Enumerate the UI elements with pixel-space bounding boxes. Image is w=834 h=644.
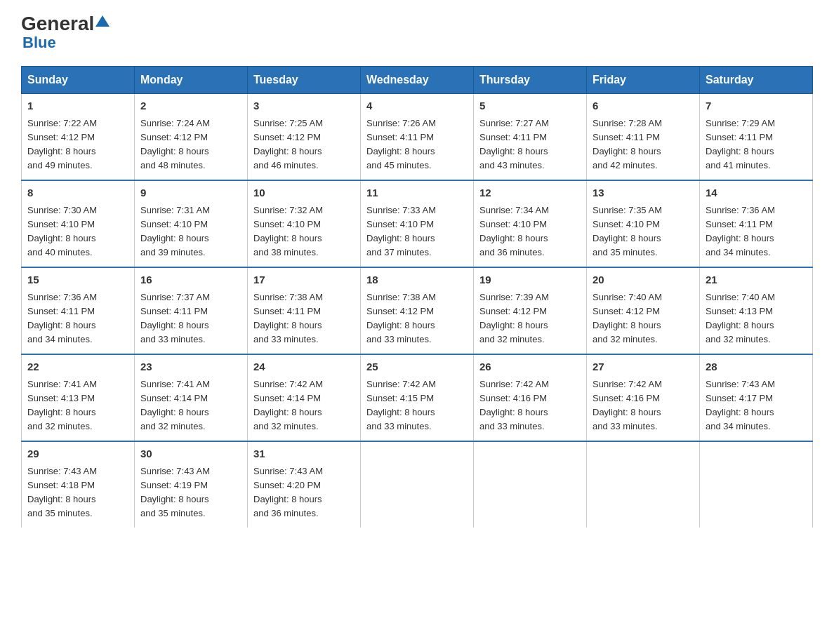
day-info: Sunrise: 7:41 AMSunset: 4:14 PMDaylight:…	[140, 377, 241, 434]
day-number: 14	[706, 185, 807, 201]
day-number: 27	[593, 359, 694, 375]
header-thursday: Thursday	[474, 67, 587, 94]
day-info: Sunrise: 7:31 AMSunset: 4:10 PMDaylight:…	[140, 203, 241, 260]
day-cell: 6Sunrise: 7:28 AMSunset: 4:11 PMDaylight…	[587, 94, 700, 181]
day-cell: 4Sunrise: 7:26 AMSunset: 4:11 PMDaylight…	[361, 94, 474, 181]
day-number: 31	[253, 446, 355, 462]
day-info: Sunrise: 7:41 AMSunset: 4:13 PMDaylight:…	[27, 377, 128, 434]
day-info: Sunrise: 7:30 AMSunset: 4:10 PMDaylight:…	[27, 203, 128, 260]
day-number: 23	[140, 359, 241, 375]
logo: General Blue	[21, 14, 111, 52]
page-header: General Blue	[21, 14, 813, 52]
day-cell: 16Sunrise: 7:37 AMSunset: 4:11 PMDayligh…	[135, 267, 248, 354]
day-info: Sunrise: 7:29 AMSunset: 4:11 PMDaylight:…	[706, 116, 807, 173]
day-cell: 1Sunrise: 7:22 AMSunset: 4:12 PMDaylight…	[22, 94, 135, 181]
day-cell: 28Sunrise: 7:43 AMSunset: 4:17 PMDayligh…	[700, 354, 813, 441]
day-info: Sunrise: 7:26 AMSunset: 4:11 PMDaylight:…	[366, 116, 468, 173]
day-info: Sunrise: 7:40 AMSunset: 4:13 PMDaylight:…	[706, 290, 807, 347]
day-cell	[361, 441, 474, 528]
day-number: 25	[366, 359, 468, 375]
day-info: Sunrise: 7:32 AMSunset: 4:10 PMDaylight:…	[253, 203, 355, 260]
day-info: Sunrise: 7:36 AMSunset: 4:11 PMDaylight:…	[706, 203, 807, 260]
day-number: 28	[706, 359, 807, 375]
day-cell: 20Sunrise: 7:40 AMSunset: 4:12 PMDayligh…	[587, 267, 700, 354]
day-info: Sunrise: 7:34 AMSunset: 4:10 PMDaylight:…	[479, 203, 581, 260]
day-info: Sunrise: 7:42 AMSunset: 4:16 PMDaylight:…	[479, 377, 581, 434]
logo-blue-label: Blue	[22, 34, 56, 52]
day-info: Sunrise: 7:28 AMSunset: 4:11 PMDaylight:…	[593, 116, 694, 173]
day-info: Sunrise: 7:40 AMSunset: 4:12 PMDaylight:…	[593, 290, 694, 347]
day-number: 19	[479, 272, 581, 288]
day-number: 10	[253, 185, 355, 201]
day-cell: 17Sunrise: 7:38 AMSunset: 4:11 PMDayligh…	[248, 267, 361, 354]
day-info: Sunrise: 7:42 AMSunset: 4:15 PMDaylight:…	[366, 377, 468, 434]
day-info: Sunrise: 7:35 AMSunset: 4:10 PMDaylight:…	[593, 203, 694, 260]
week-row-4: 22Sunrise: 7:41 AMSunset: 4:13 PMDayligh…	[22, 354, 813, 441]
day-number: 9	[140, 185, 241, 201]
day-info: Sunrise: 7:39 AMSunset: 4:12 PMDaylight:…	[479, 290, 581, 347]
day-cell: 26Sunrise: 7:42 AMSunset: 4:16 PMDayligh…	[474, 354, 587, 441]
day-cell: 5Sunrise: 7:27 AMSunset: 4:11 PMDaylight…	[474, 94, 587, 181]
day-cell: 24Sunrise: 7:42 AMSunset: 4:14 PMDayligh…	[248, 354, 361, 441]
day-info: Sunrise: 7:43 AMSunset: 4:20 PMDaylight:…	[253, 464, 355, 521]
day-cell: 2Sunrise: 7:24 AMSunset: 4:12 PMDaylight…	[135, 94, 248, 181]
day-number: 7	[706, 98, 807, 114]
header-wednesday: Wednesday	[361, 67, 474, 94]
day-number: 21	[706, 272, 807, 288]
day-number: 24	[253, 359, 355, 375]
day-number: 1	[27, 98, 128, 114]
day-cell: 3Sunrise: 7:25 AMSunset: 4:12 PMDaylight…	[248, 94, 361, 181]
day-cell: 7Sunrise: 7:29 AMSunset: 4:11 PMDaylight…	[700, 94, 813, 181]
day-number: 16	[140, 272, 241, 288]
logo-triangle-icon	[95, 15, 110, 27]
day-info: Sunrise: 7:33 AMSunset: 4:10 PMDaylight:…	[366, 203, 468, 260]
day-number: 22	[27, 359, 128, 375]
day-cell: 23Sunrise: 7:41 AMSunset: 4:14 PMDayligh…	[135, 354, 248, 441]
header-sunday: Sunday	[22, 67, 135, 94]
day-info: Sunrise: 7:38 AMSunset: 4:11 PMDaylight:…	[253, 290, 355, 347]
day-number: 15	[27, 272, 128, 288]
day-number: 20	[593, 272, 694, 288]
day-cell: 10Sunrise: 7:32 AMSunset: 4:10 PMDayligh…	[248, 180, 361, 267]
day-info: Sunrise: 7:24 AMSunset: 4:12 PMDaylight:…	[140, 116, 241, 173]
day-number: 3	[253, 98, 355, 114]
day-number: 17	[253, 272, 355, 288]
day-number: 18	[366, 272, 468, 288]
day-info: Sunrise: 7:43 AMSunset: 4:18 PMDaylight:…	[27, 464, 128, 521]
day-info: Sunrise: 7:36 AMSunset: 4:11 PMDaylight:…	[27, 290, 128, 347]
day-number: 12	[479, 185, 581, 201]
day-cell: 13Sunrise: 7:35 AMSunset: 4:10 PMDayligh…	[587, 180, 700, 267]
day-cell: 9Sunrise: 7:31 AMSunset: 4:10 PMDaylight…	[135, 180, 248, 267]
day-info: Sunrise: 7:22 AMSunset: 4:12 PMDaylight:…	[27, 116, 128, 173]
header-tuesday: Tuesday	[248, 67, 361, 94]
day-number: 11	[366, 185, 468, 201]
day-cell: 15Sunrise: 7:36 AMSunset: 4:11 PMDayligh…	[22, 267, 135, 354]
day-number: 29	[27, 446, 128, 462]
day-cell	[587, 441, 700, 528]
week-row-5: 29Sunrise: 7:43 AMSunset: 4:18 PMDayligh…	[22, 441, 813, 528]
week-row-2: 8Sunrise: 7:30 AMSunset: 4:10 PMDaylight…	[22, 180, 813, 267]
day-cell: 14Sunrise: 7:36 AMSunset: 4:11 PMDayligh…	[700, 180, 813, 267]
day-cell: 27Sunrise: 7:42 AMSunset: 4:16 PMDayligh…	[587, 354, 700, 441]
header-saturday: Saturday	[700, 67, 813, 94]
day-cell: 29Sunrise: 7:43 AMSunset: 4:18 PMDayligh…	[22, 441, 135, 528]
calendar-table: SundayMondayTuesdayWednesdayThursdayFrid…	[21, 66, 813, 528]
day-info: Sunrise: 7:43 AMSunset: 4:17 PMDaylight:…	[706, 377, 807, 434]
day-number: 2	[140, 98, 241, 114]
header-monday: Monday	[135, 67, 248, 94]
day-number: 4	[366, 98, 468, 114]
day-cell: 19Sunrise: 7:39 AMSunset: 4:12 PMDayligh…	[474, 267, 587, 354]
day-number: 6	[593, 98, 694, 114]
day-info: Sunrise: 7:37 AMSunset: 4:11 PMDaylight:…	[140, 290, 241, 347]
week-row-1: 1Sunrise: 7:22 AMSunset: 4:12 PMDaylight…	[22, 94, 813, 181]
day-cell: 11Sunrise: 7:33 AMSunset: 4:10 PMDayligh…	[361, 180, 474, 267]
day-number: 13	[593, 185, 694, 201]
week-row-3: 15Sunrise: 7:36 AMSunset: 4:11 PMDayligh…	[22, 267, 813, 354]
logo-text-general: General	[21, 14, 94, 34]
day-cell: 31Sunrise: 7:43 AMSunset: 4:20 PMDayligh…	[248, 441, 361, 528]
day-cell: 8Sunrise: 7:30 AMSunset: 4:10 PMDaylight…	[22, 180, 135, 267]
day-info: Sunrise: 7:42 AMSunset: 4:14 PMDaylight:…	[253, 377, 355, 434]
day-cell: 30Sunrise: 7:43 AMSunset: 4:19 PMDayligh…	[135, 441, 248, 528]
day-info: Sunrise: 7:27 AMSunset: 4:11 PMDaylight:…	[479, 116, 581, 173]
day-info: Sunrise: 7:42 AMSunset: 4:16 PMDaylight:…	[593, 377, 694, 434]
